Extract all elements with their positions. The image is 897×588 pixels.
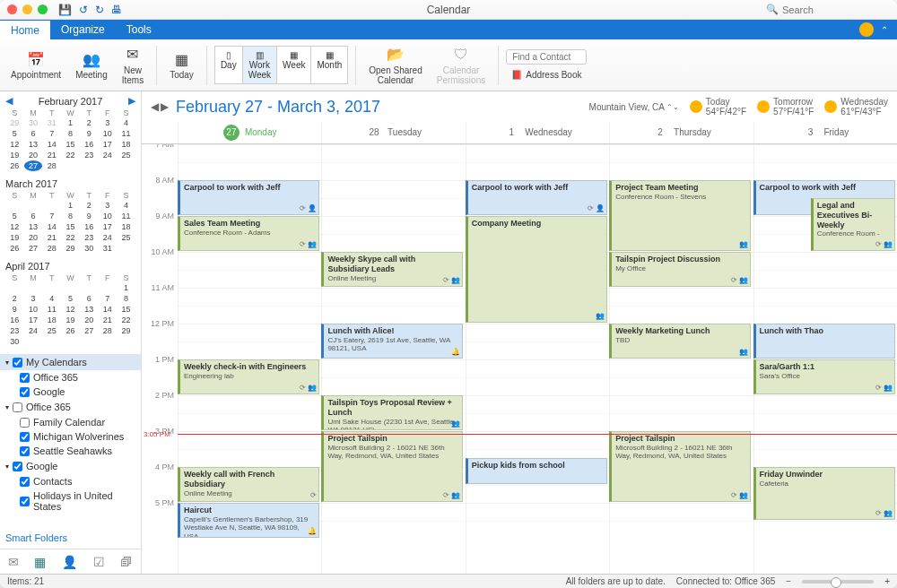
tree-group[interactable]: ▾Google xyxy=(0,458,141,474)
meeting-button[interactable]: 👥Meeting xyxy=(70,42,113,89)
calendar-checkbox[interactable] xyxy=(20,497,30,506)
today-button[interactable]: ▦Today xyxy=(164,42,199,89)
view-day-button[interactable]: ▯Day xyxy=(214,46,243,84)
zoom-slider[interactable] xyxy=(802,580,874,584)
nav-people-icon[interactable]: 👤 xyxy=(62,555,77,569)
redo-icon[interactable]: ↻ xyxy=(95,4,104,16)
calendar-event[interactable]: HaircutCapelli's Gentlemen's Barbershop,… xyxy=(178,503,319,538)
minimize-icon[interactable] xyxy=(22,4,32,14)
day-header: 27Monday28Tuesday1Wednesday2Thursday3Fri… xyxy=(142,122,897,144)
calendar-event[interactable]: Weekly call with French SubsidiaryOnline… xyxy=(178,467,319,502)
calendar-event[interactable]: Weekly Marketing LunchTBD👥 xyxy=(609,324,751,359)
tree-item[interactable]: Michigan Wolverines xyxy=(0,429,141,444)
day-column-header[interactable]: 27Monday xyxy=(178,122,321,143)
calendar-checkbox[interactable] xyxy=(13,402,22,412)
day-column-header[interactable]: 3Friday xyxy=(753,122,897,143)
calendar-event[interactable]: Project TailspinMicrosoft Building 2 - 1… xyxy=(321,431,463,502)
calendar-event[interactable]: Project TailspinMicrosoft Building 2 - 1… xyxy=(609,431,751,502)
calendar-checkbox[interactable] xyxy=(20,373,30,383)
calendar-event[interactable]: Legal and Executives Bi-WeeklyConference… xyxy=(811,198,895,251)
mini-calendar[interactable]: April 2017SMTWTFS12345678910111213141516… xyxy=(0,257,141,350)
calendar-event[interactable]: Carpool to work with Jeff⟳👤 xyxy=(466,180,607,215)
calendar-event[interactable]: Project Team MeetingConference Room - St… xyxy=(609,180,751,251)
event-title: Weekly Skype call with Subsidiary Leads xyxy=(327,255,458,274)
nav-calendar-icon[interactable]: ▦ xyxy=(34,555,46,569)
calendar-event[interactable]: Weekly check-in with EngineersEngineerin… xyxy=(178,359,319,394)
tree-item[interactable]: Google xyxy=(0,385,141,399)
appointment-button[interactable]: 📅Appointment xyxy=(5,42,66,89)
tree-item-label: Contacts xyxy=(33,476,72,487)
mini-calendar[interactable]: March 2017SMTWTFS12345678910111213141516… xyxy=(0,175,141,257)
calendar-event[interactable]: Pickup kids from school xyxy=(466,458,607,484)
tree-item[interactable]: Holidays in United States xyxy=(0,489,141,514)
view-workweek-button[interactable]: ▥Work Week xyxy=(243,46,277,84)
prev-month-icon[interactable]: ◀ xyxy=(5,95,13,107)
calendar-event[interactable]: Friday UnwinderCafeteria⟳👥 xyxy=(753,467,895,520)
save-icon[interactable]: 💾 xyxy=(58,4,72,16)
calendar-event[interactable]: Tailspin Toys Proposal Review + LunchUmi… xyxy=(321,395,463,430)
tab-tools[interactable]: Tools xyxy=(116,20,162,39)
calendar-event[interactable]: Carpool to work with Jeff⟳👤 xyxy=(178,180,319,215)
address-book-button[interactable]: 📕Address Book xyxy=(506,68,587,82)
close-icon[interactable] xyxy=(7,4,17,14)
event-title: Project Team Meeting xyxy=(615,183,746,193)
tree-group[interactable]: ▾Office 365 xyxy=(0,399,141,415)
chevron-down-icon: ▾ xyxy=(5,463,9,471)
tree-item[interactable]: Family Calendar xyxy=(0,415,141,429)
permissions-button[interactable]: 🛡Calendar Permissions xyxy=(431,42,491,89)
day-column-header[interactable]: 2Thursday xyxy=(609,122,753,143)
day-column-header[interactable]: 1Wednesday xyxy=(466,122,609,143)
calendar-event[interactable]: Sales Team MeetingConference Room - Adam… xyxy=(178,216,319,251)
tab-organize[interactable]: Organize xyxy=(50,20,116,39)
find-contact-input[interactable] xyxy=(506,49,587,65)
weather-day[interactable]: Today54°F/42°F xyxy=(690,97,746,117)
calendar-event[interactable]: Lunch with Alice!CJ's Eatery, 2619 1st A… xyxy=(321,324,463,359)
search-input[interactable] xyxy=(782,4,890,15)
nav-mail-icon[interactable]: ✉ xyxy=(8,555,19,569)
mini-calendar[interactable]: ◀February 2017▶SMTWTFS293031123456789101… xyxy=(0,91,141,175)
open-shared-button[interactable]: 📂Open Shared Calendar xyxy=(363,42,428,89)
new-icon: ✉ xyxy=(124,46,142,64)
weather-day[interactable]: Tomorrow57°F/41°F xyxy=(757,97,814,117)
calendar-checkbox[interactable] xyxy=(20,418,30,428)
view-month-button[interactable]: ▦Month xyxy=(311,46,348,84)
calendar-checkbox[interactable] xyxy=(20,446,30,456)
address-book-icon: 📕 xyxy=(511,70,522,80)
calendar-event[interactable]: Company Meeting👥 xyxy=(466,216,607,323)
calendar-checkbox[interactable] xyxy=(20,477,30,487)
print-icon[interactable]: 🖶 xyxy=(111,4,122,16)
zoom-in-button[interactable]: + xyxy=(884,576,890,586)
new-items-button[interactable]: ✉New Items xyxy=(117,42,149,89)
nav-tasks-icon[interactable]: ☑ xyxy=(93,555,105,569)
view-week-button[interactable]: ▦Week xyxy=(277,46,311,84)
zoom-out-button[interactable]: − xyxy=(786,576,791,586)
nav-notes-icon[interactable]: 🗊 xyxy=(120,555,133,569)
calendar-event[interactable]: Lunch with Thao xyxy=(753,324,895,359)
ribbon-collapse-icon[interactable]: ⌃ xyxy=(881,25,888,35)
avatar[interactable] xyxy=(859,22,874,37)
tree-item[interactable]: Seattle Seahawks xyxy=(0,444,141,458)
calendar-event[interactable]: Weekly Skype call with Subsidiary LeadsO… xyxy=(321,252,463,287)
calendar-checkbox[interactable] xyxy=(13,358,22,368)
calendar-checkbox[interactable] xyxy=(13,462,22,471)
calendar-grid[interactable]: Carpool to work with Jeff⟳👤Sales Team Me… xyxy=(178,144,897,574)
tree-group-label: Office 365 xyxy=(26,402,71,412)
weather-location[interactable]: Mountain View, CA⌃⌄ xyxy=(589,102,679,112)
zoom-icon[interactable] xyxy=(38,4,48,14)
tree-item[interactable]: Office 365 xyxy=(0,370,141,385)
calendar-checkbox[interactable] xyxy=(20,432,30,442)
next-week-button[interactable]: ▶ xyxy=(161,100,169,113)
day-column-header[interactable]: 28Tuesday xyxy=(321,122,465,143)
tree-item[interactable]: Contacts xyxy=(0,474,141,489)
now-indicator xyxy=(178,434,897,435)
calendar-event[interactable]: Sara/Garth 1:1Sara's Office⟳👥 xyxy=(753,359,895,394)
undo-icon[interactable]: ↺ xyxy=(79,4,88,16)
next-month-icon[interactable]: ▶ xyxy=(128,95,135,107)
calendar-event[interactable]: Tailspin Project DiscussionMy Office⟳👥 xyxy=(609,252,751,287)
tree-group[interactable]: ▾My Calendars xyxy=(0,354,141,370)
prev-week-button[interactable]: ◀ xyxy=(151,100,159,113)
calendar-checkbox[interactable] xyxy=(20,387,30,397)
weather-day[interactable]: Wednesday61°F/43°F xyxy=(824,97,888,117)
tab-home[interactable]: Home xyxy=(0,20,50,39)
smart-folders[interactable]: Smart Folders xyxy=(0,527,141,549)
